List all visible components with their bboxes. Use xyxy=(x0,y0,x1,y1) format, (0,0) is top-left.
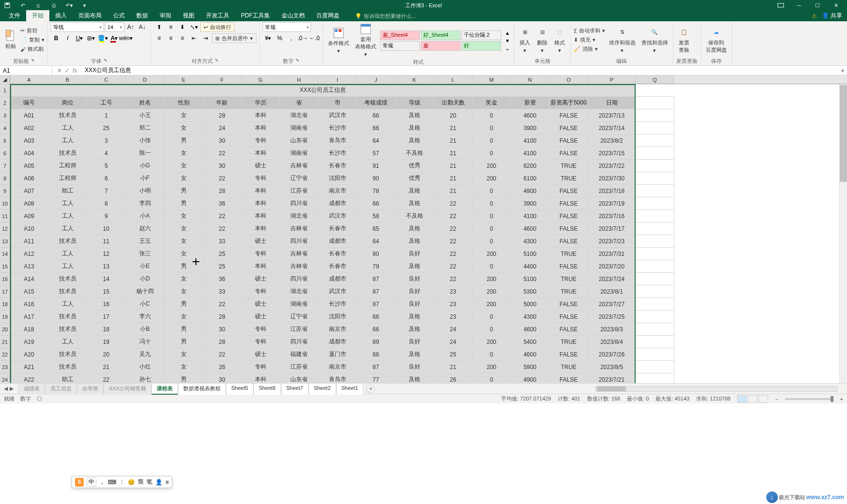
data-cell[interactable]: 及格 xyxy=(395,197,434,210)
data-cell[interactable]: 21 xyxy=(434,185,473,197)
fill-button[interactable]: ⬇ 填充 ▾ xyxy=(574,36,605,44)
quick-print-icon[interactable]: ⎙ xyxy=(50,2,57,9)
data-cell[interactable]: 26 xyxy=(203,361,241,373)
maximize-icon[interactable]: ☐ xyxy=(808,0,827,11)
data-cell[interactable]: 22 xyxy=(203,222,241,235)
style-bad-sheet4[interactable]: 差_Sheet4 xyxy=(380,30,420,40)
data-cell[interactable]: TRUE xyxy=(550,248,588,260)
header-cell[interactable]: 考核成绩 xyxy=(357,97,395,109)
data-cell[interactable]: 7 xyxy=(87,185,126,197)
data-cell[interactable]: 工人 xyxy=(48,197,87,210)
data-cell[interactable]: 87 xyxy=(357,298,395,311)
data-cell[interactable]: 91 xyxy=(357,160,395,172)
header-cell[interactable]: 薪资高于5000 xyxy=(550,97,588,109)
data-cell[interactable]: 技术员 xyxy=(48,109,87,122)
data-cell[interactable]: A01 xyxy=(10,109,48,122)
data-cell[interactable]: 良好 xyxy=(395,285,434,298)
data-cell[interactable]: FALSE xyxy=(550,311,588,323)
data-cell[interactable]: 长春市 xyxy=(318,160,357,172)
data-cell[interactable]: 女 xyxy=(164,235,203,248)
data-cell[interactable]: 杨十四 xyxy=(126,285,164,298)
data-cell[interactable]: 28 xyxy=(203,109,241,122)
data-cell[interactable]: FALSE xyxy=(550,298,588,311)
col-header-E[interactable]: E xyxy=(164,75,203,84)
align-left-icon[interactable]: ≡ xyxy=(154,33,164,43)
data-cell[interactable]: A19 xyxy=(10,336,48,348)
select-all-corner[interactable]: ◢ xyxy=(0,75,10,84)
col-header-B[interactable]: B xyxy=(48,75,87,84)
style-bad[interactable]: 差 xyxy=(421,41,461,51)
data-cell[interactable]: 5 xyxy=(87,160,126,172)
alignment-launcher-icon[interactable]: ⬊ xyxy=(215,58,219,65)
data-cell[interactable]: 郑二 xyxy=(126,122,164,134)
data-cell[interactable]: 本科 xyxy=(241,260,280,273)
data-cell[interactable]: 湖南省 xyxy=(280,147,318,160)
tab-file[interactable]: 文件 xyxy=(3,10,26,21)
ribbon-options-icon[interactable] xyxy=(772,0,790,11)
accounting-format-icon[interactable]: ¥▾ xyxy=(263,33,273,43)
data-cell[interactable]: 女 xyxy=(164,248,203,260)
data-cell[interactable]: 2023/7/20 xyxy=(588,260,636,273)
data-cell[interactable]: 28 xyxy=(203,336,241,348)
style-comma[interactable]: 千位分隔 2 xyxy=(461,30,501,40)
data-cell[interactable]: 四川省 xyxy=(280,273,318,285)
data-cell[interactable]: 22 xyxy=(434,197,473,210)
data-cell[interactable]: 0 xyxy=(473,348,511,361)
header-cell[interactable]: 姓名 xyxy=(126,97,164,109)
ime-item-0[interactable]: ， xyxy=(99,478,105,486)
data-cell[interactable]: 硕士 xyxy=(241,298,280,311)
header-cell[interactable]: 工号 xyxy=(87,97,126,109)
data-cell[interactable]: 本科 xyxy=(241,122,280,134)
data-cell[interactable]: 山东省 xyxy=(280,134,318,147)
header-cell[interactable]: 市 xyxy=(318,97,357,109)
data-cell[interactable]: 22 xyxy=(203,147,241,160)
data-cell[interactable]: 23 xyxy=(434,298,473,311)
data-cell[interactable]: 小红 xyxy=(126,361,164,373)
data-cell[interactable]: 4600 xyxy=(511,348,550,361)
customize-qat-icon[interactable]: ▾ xyxy=(81,2,88,9)
data-cell[interactable]: 4600 xyxy=(511,109,550,122)
data-cell[interactable]: 硕士 xyxy=(241,348,280,361)
data-cell[interactable]: 不及格 xyxy=(395,147,434,160)
status-recorder-icon[interactable]: ▢ xyxy=(37,395,42,402)
data-cell[interactable]: 女 xyxy=(164,160,203,172)
data-cell[interactable]: 及格 xyxy=(395,134,434,147)
data-cell[interactable]: 女 xyxy=(164,285,203,298)
data-cell[interactable]: 6100 xyxy=(511,172,550,185)
tab-developer[interactable]: 开发工具 xyxy=(200,10,235,21)
data-cell[interactable]: 及格 xyxy=(395,109,434,122)
data-cell[interactable]: 22 xyxy=(203,210,241,222)
data-cell[interactable]: 良好 xyxy=(395,273,434,285)
vertical-scrollbar[interactable] xyxy=(839,84,847,383)
header-cell[interactable]: 省 xyxy=(280,97,318,109)
data-cell[interactable]: 3900 xyxy=(511,197,550,210)
sheet-tab[interactable]: Sheet6 xyxy=(253,383,281,395)
data-cell[interactable]: 四川省 xyxy=(280,235,318,248)
data-cell[interactable]: 良好 xyxy=(395,298,434,311)
data-cell[interactable]: 8 xyxy=(87,197,126,210)
data-cell[interactable]: 0 xyxy=(473,210,511,222)
data-cell[interactable]: 女 xyxy=(164,222,203,235)
ime-keyboard-icon[interactable]: ⌨ xyxy=(108,479,116,486)
data-cell[interactable]: 21 xyxy=(434,361,473,373)
data-cell[interactable]: 不及格 xyxy=(395,210,434,222)
col-header-M[interactable]: M xyxy=(473,75,511,84)
tab-home[interactable]: 开始 xyxy=(26,10,49,21)
data-cell[interactable]: 66 xyxy=(357,122,395,134)
data-cell[interactable]: 21 xyxy=(434,147,473,160)
data-cell[interactable]: 本科 xyxy=(241,109,280,122)
data-cell[interactable]: 0 xyxy=(473,185,511,197)
autosum-button[interactable]: Σ 自动求和 ▾ xyxy=(574,27,605,35)
sheet-tab[interactable]: Sheet5 xyxy=(226,383,253,395)
data-cell[interactable]: 0 xyxy=(473,235,511,248)
data-cell[interactable]: 22 xyxy=(434,235,473,248)
decrease-decimal-icon[interactable]: ←.0 xyxy=(309,33,320,43)
data-cell[interactable]: 0 xyxy=(473,373,511,383)
data-cell[interactable]: 本科 xyxy=(241,373,280,383)
data-cell[interactable]: 男 xyxy=(164,197,203,210)
tell-me-search[interactable]: 💡 告诉我您想要做什么... xyxy=(355,13,416,21)
sheet-tab[interactable]: XXX公司销售额 xyxy=(104,383,151,395)
clear-button[interactable]: 🧹 清除 ▾ xyxy=(574,45,605,53)
sheet-tab[interactable]: Sheet1 xyxy=(336,383,364,395)
ime-item-1[interactable]: ： xyxy=(119,478,125,486)
